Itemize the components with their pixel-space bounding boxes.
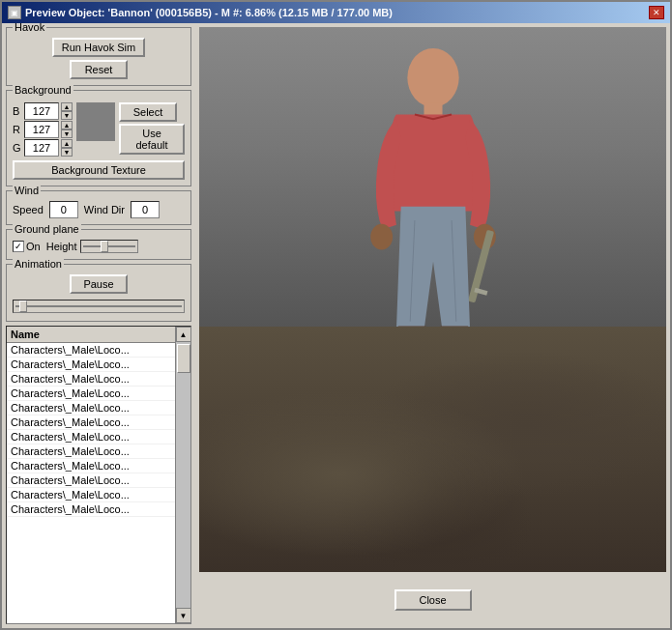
b-up-arrow[interactable]: ▲ <box>61 102 73 111</box>
animation-group: Animation Pause <box>6 264 191 322</box>
scroll-down-button[interactable]: ▼ <box>176 608 191 623</box>
ground-texture <box>199 327 666 572</box>
checkbox-check: ✓ <box>15 242 22 251</box>
window-title: Preview Object: 'Bannon' (000156B5) - M … <box>25 7 393 18</box>
bg-right-buttons: Select Use default <box>119 102 185 155</box>
pause-row: Pause <box>13 274 185 294</box>
pause-button[interactable]: Pause <box>70 274 128 294</box>
wind-dir-label: Wind Dir <box>84 204 125 215</box>
background-section: B ▲ ▼ R ▲ ▼ <box>13 95 185 157</box>
r-spinners: ▲ ▼ <box>61 121 73 138</box>
g-down-arrow[interactable]: ▼ <box>61 148 73 157</box>
anim-slider-track <box>15 305 182 307</box>
reset-button[interactable]: Reset <box>70 60 128 79</box>
svg-rect-1 <box>424 102 442 116</box>
havok-group: Havok Run Havok Sim Reset <box>6 27 191 86</box>
list-items-container: Characters\_Male\Loco...Characters\_Male… <box>7 343 175 517</box>
list-item[interactable]: Characters\_Male\Loco... <box>7 358 175 372</box>
list-header: Name <box>7 327 175 343</box>
list-item[interactable]: Characters\_Male\Loco... <box>7 488 175 502</box>
r-row: R ▲ ▼ <box>13 121 73 138</box>
right-panel: Close <box>195 23 670 628</box>
title-bar: ▣ Preview Object: 'Bannon' (000156B5) - … <box>2 2 670 23</box>
havok-group-label: Havok <box>13 23 46 33</box>
scroll-thumb[interactable] <box>177 344 190 373</box>
speed-label: Speed <box>13 204 44 215</box>
on-checkbox[interactable]: ✓ <box>13 241 24 252</box>
havok-buttons: Run Havok Sim Reset <box>13 32 185 79</box>
height-label: Height <box>46 241 77 252</box>
g-input[interactable] <box>24 139 59 157</box>
background-group-label: Background <box>13 84 73 96</box>
g-row: G ▲ ▼ <box>13 139 73 157</box>
viewport-ground <box>199 327 666 572</box>
title-bar-left: ▣ Preview Object: 'Bannon' (000156B5) - … <box>8 6 393 19</box>
3d-viewport[interactable] <box>199 27 666 572</box>
ground-row: ✓ On Height <box>13 234 185 253</box>
wind-row: Speed Wind Dir <box>13 195 185 218</box>
animation-group-label: Animation <box>13 258 64 270</box>
color-inputs: B ▲ ▼ R ▲ ▼ <box>13 102 73 157</box>
on-checkbox-label: ✓ On <box>13 241 41 252</box>
g-up-arrow[interactable]: ▲ <box>61 139 73 148</box>
slider-track <box>83 245 135 247</box>
list-item[interactable]: Characters\_Male\Loco... <box>7 387 175 401</box>
texture-row: Background Texture <box>13 160 185 180</box>
close-icon[interactable]: ✕ <box>649 6 664 19</box>
bottom-bar: Close <box>199 576 666 624</box>
wind-dir-input[interactable] <box>131 201 160 218</box>
g-label: G <box>13 142 22 154</box>
list-item[interactable]: Characters\_Male\Loco... <box>7 430 175 444</box>
list-item[interactable]: Characters\_Male\Loco... <box>7 343 175 358</box>
background-group: Background B ▲ ▼ R <box>6 90 191 186</box>
g-spinners: ▲ ▼ <box>61 139 73 157</box>
r-down-arrow[interactable]: ▼ <box>61 129 73 138</box>
list-item[interactable]: Characters\_Male\Loco... <box>7 473 175 488</box>
color-preview <box>76 102 115 141</box>
list-item[interactable]: Characters\_Male\Loco... <box>7 444 175 459</box>
wind-group: Wind Speed Wind Dir <box>6 190 191 225</box>
svg-point-0 <box>407 48 458 107</box>
b-down-arrow[interactable]: ▼ <box>61 111 73 120</box>
b-spinners: ▲ ▼ <box>61 102 73 120</box>
main-window: ▣ Preview Object: 'Bannon' (000156B5) - … <box>0 0 672 630</box>
list-item[interactable]: Characters\_Male\Loco... <box>7 502 175 517</box>
list-item[interactable]: Characters\_Male\Loco... <box>7 459 175 473</box>
on-label: On <box>26 241 41 252</box>
scroll-track <box>176 342 190 608</box>
list-content: Name Characters\_Male\Loco...Characters\… <box>7 327 175 623</box>
wind-group-label: Wind <box>13 185 41 196</box>
height-slider-container: Height <box>46 240 139 253</box>
anim-slider-thumb[interactable] <box>19 301 27 312</box>
list-item[interactable]: Characters\_Male\Loco... <box>7 401 175 415</box>
scroll-up-button[interactable]: ▲ <box>176 327 191 342</box>
ground-plane-group: Ground plane ✓ On Height <box>6 229 191 260</box>
background-texture-button[interactable]: Background Texture <box>13 160 185 180</box>
b-input[interactable] <box>24 102 59 120</box>
list-item[interactable]: Characters\_Male\Loco... <box>7 415 175 430</box>
run-havok-sim-button[interactable]: Run Havok Sim <box>52 38 145 57</box>
slider-thumb[interactable] <box>101 241 108 252</box>
animation-slider[interactable] <box>13 300 185 313</box>
b-label: B <box>13 105 22 117</box>
list-item[interactable]: Characters\_Male\Loco... <box>7 372 175 387</box>
viewport-background <box>199 27 666 327</box>
speed-input[interactable] <box>49 201 78 218</box>
list-scrollbar: ▲ ▼ <box>175 327 190 623</box>
b-row: B ▲ ▼ <box>13 102 73 120</box>
svg-point-2 <box>370 224 393 250</box>
use-default-button[interactable]: Use default <box>119 124 185 155</box>
r-up-arrow[interactable]: ▲ <box>61 121 73 129</box>
animation-list: Name Characters\_Male\Loco...Characters\… <box>6 326 191 624</box>
select-button[interactable]: Select <box>119 102 177 122</box>
r-label: R <box>13 124 22 135</box>
left-panel: Havok Run Havok Sim Reset Background B <box>2 23 195 628</box>
r-input[interactable] <box>24 121 59 138</box>
main-content: Havok Run Havok Sim Reset Background B <box>2 23 670 628</box>
height-slider[interactable] <box>80 240 138 253</box>
close-button[interactable]: Close <box>394 589 472 611</box>
ground-plane-label: Ground plane <box>13 223 81 235</box>
animation-section: Pause <box>13 269 185 315</box>
app-icon: ▣ <box>8 6 21 19</box>
